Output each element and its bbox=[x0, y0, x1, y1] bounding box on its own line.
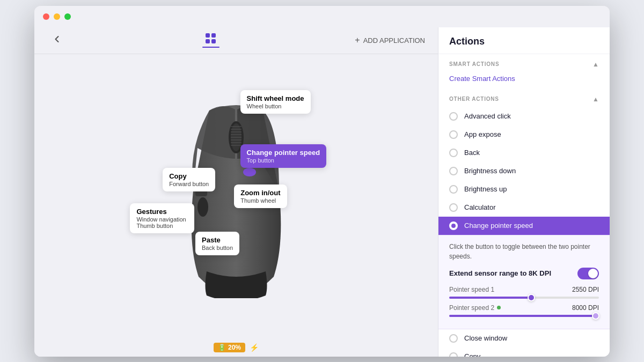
plus-icon: + bbox=[355, 35, 360, 45]
speed-1-slider-fill bbox=[449, 297, 531, 299]
sensor-label: Extend sensor range to 8K DPI bbox=[449, 269, 551, 277]
action-item-brightness-up[interactable]: Brightness up bbox=[438, 180, 610, 198]
create-smart-actions[interactable]: Create Smart Actions bbox=[438, 72, 610, 89]
callout-shift-wheel[interactable]: Shift wheel mode Wheel button bbox=[240, 90, 311, 114]
mouse-area: logi Shift wheel mode Wheel button Chang… bbox=[34, 54, 438, 338]
callout-gestures-subtitle: Window navigation Thumb button bbox=[136, 216, 188, 229]
sensor-row: Extend sensor range to 8K DPI bbox=[449, 268, 599, 279]
radio-dot-change-pointer-speed bbox=[451, 224, 456, 228]
radio-change-pointer-speed bbox=[449, 221, 458, 230]
maximize-button[interactable] bbox=[64, 13, 71, 20]
speed-1-header: Pointer speed 1 2550 DPI bbox=[449, 286, 599, 293]
action-label-brightness-up: Brightness up bbox=[464, 185, 507, 193]
speed-2-row: Pointer speed 2 8000 DPI bbox=[449, 304, 599, 317]
speed-1-value: 2550 DPI bbox=[572, 286, 599, 293]
svg-point-10 bbox=[243, 168, 256, 176]
callout-gestures[interactable]: Gestures Window navigation Thumb button bbox=[130, 203, 194, 233]
sensor-toggle[interactable] bbox=[577, 268, 599, 279]
right-panel: Actions SMART ACTIONS ▲ Create Smart Act… bbox=[438, 27, 610, 357]
callout-paste-title: Paste bbox=[202, 236, 233, 244]
title-bar bbox=[34, 6, 610, 27]
speed-1-slider-track[interactable] bbox=[449, 297, 599, 299]
speed-2-slider-track[interactable] bbox=[449, 315, 599, 317]
battery-value: 20% bbox=[228, 344, 241, 351]
action-item-calculator[interactable]: Calculator bbox=[438, 198, 610, 217]
speed-2-active-dot bbox=[497, 306, 501, 309]
action-label-advanced-click: Advanced click bbox=[464, 112, 511, 120]
svg-point-13 bbox=[197, 197, 208, 217]
minimize-button[interactable] bbox=[54, 13, 60, 20]
battery-icon: 🔋 bbox=[218, 344, 226, 351]
callout-gestures-title: Gestures bbox=[136, 208, 188, 216]
back-button[interactable] bbox=[47, 32, 67, 49]
action-label-calculator: Calculator bbox=[464, 203, 496, 211]
actions-list[interactable]: SMART ACTIONS ▲ Create Smart Actions OTH… bbox=[438, 54, 610, 357]
radio-copy bbox=[449, 352, 458, 357]
callout-zoom-subtitle: Thumb wheel bbox=[240, 197, 280, 204]
smart-actions-label: SMART ACTIONS bbox=[449, 61, 499, 67]
action-label-copy: Copy bbox=[464, 352, 480, 357]
radio-close-window bbox=[449, 334, 458, 343]
radio-calculator bbox=[449, 203, 458, 212]
callout-zoom-title: Zoom in/out bbox=[240, 189, 280, 197]
action-label-back: Back bbox=[464, 149, 480, 157]
callout-shift-wheel-subtitle: Wheel button bbox=[247, 103, 304, 109]
callout-shift-wheel-title: Shift wheel mode bbox=[247, 94, 304, 102]
radio-brightness-down bbox=[449, 167, 458, 175]
mouse-container: logi Shift wheel mode Wheel button Chang… bbox=[134, 78, 338, 314]
radio-advanced-click bbox=[449, 112, 458, 121]
callout-change-pointer-title: Change pointer speed bbox=[247, 149, 320, 157]
apps-tab[interactable] bbox=[202, 33, 219, 48]
app-window: + ADD APPLICATION bbox=[34, 6, 610, 357]
action-item-copy[interactable]: Copy bbox=[438, 348, 610, 357]
bottom-bar: 🔋 20% ⚡ bbox=[205, 338, 267, 357]
speed-1-slider-thumb[interactable] bbox=[528, 294, 535, 301]
toggle-knob bbox=[588, 269, 598, 278]
actions-header: Actions bbox=[438, 27, 610, 54]
callout-copy-title: Copy bbox=[169, 172, 209, 180]
top-bar: + ADD APPLICATION bbox=[34, 27, 438, 54]
action-item-brightness-down[interactable]: Brightness down bbox=[438, 162, 610, 180]
bluetooth-icon: ⚡ bbox=[250, 343, 259, 352]
speed-2-header: Pointer speed 2 8000 DPI bbox=[449, 304, 599, 312]
action-label-app-expose: App expose bbox=[464, 130, 501, 138]
action-item-close-window[interactable]: Close window bbox=[438, 329, 610, 348]
radio-back bbox=[449, 149, 458, 157]
speed-1-label: Pointer speed 1 bbox=[449, 286, 494, 293]
action-label-change-pointer-speed: Change pointer speed bbox=[464, 221, 533, 230]
add-application-button[interactable]: + ADD APPLICATION bbox=[355, 35, 425, 45]
smart-actions-section-header: SMART ACTIONS ▲ bbox=[438, 54, 610, 72]
smart-actions-chevron[interactable]: ▲ bbox=[592, 61, 599, 68]
callout-zoom[interactable]: Zoom in/out Thumb wheel bbox=[234, 184, 287, 208]
speed-1-row: Pointer speed 1 2550 DPI bbox=[449, 286, 599, 299]
action-item-app-expose[interactable]: App expose bbox=[438, 125, 610, 144]
speed-2-slider-thumb[interactable] bbox=[592, 312, 599, 320]
callout-copy[interactable]: Copy Forward button bbox=[163, 168, 215, 191]
action-label-brightness-down: Brightness down bbox=[464, 167, 516, 175]
radio-brightness-up bbox=[449, 185, 458, 194]
detail-description: Click the button to toggle between the t… bbox=[449, 242, 599, 261]
action-detail-panel: Click the button to toggle between the t… bbox=[438, 235, 610, 329]
callout-change-pointer-subtitle: Top button bbox=[247, 157, 320, 164]
other-actions-chevron[interactable]: ▲ bbox=[592, 95, 599, 103]
action-label-close-window: Close window bbox=[464, 334, 507, 342]
action-item-advanced-click[interactable]: Advanced click bbox=[438, 107, 610, 125]
callout-paste-subtitle: Back button bbox=[202, 245, 233, 251]
close-button[interactable] bbox=[43, 13, 49, 20]
speed-2-value: 8000 DPI bbox=[572, 304, 599, 312]
battery-indicator: 🔋 20% bbox=[214, 343, 245, 352]
actions-title: Actions bbox=[449, 36, 599, 47]
speed-2-label: Pointer speed 2 bbox=[449, 304, 501, 312]
callout-paste[interactable]: Paste Back button bbox=[195, 232, 239, 255]
other-actions-section-header: OTHER ACTIONS ▲ bbox=[438, 89, 610, 107]
speed-2-slider-fill bbox=[449, 315, 596, 317]
radio-app-expose bbox=[449, 130, 458, 139]
other-actions-label: OTHER ACTIONS bbox=[449, 96, 499, 102]
action-item-back[interactable]: Back bbox=[438, 144, 610, 162]
left-panel: + ADD APPLICATION bbox=[34, 27, 438, 357]
main-content: + ADD APPLICATION bbox=[34, 27, 610, 357]
action-item-change-pointer-speed[interactable]: Change pointer speed bbox=[438, 217, 610, 235]
callout-copy-subtitle: Forward button bbox=[169, 181, 209, 187]
callout-change-pointer[interactable]: Change pointer speed Top button bbox=[240, 144, 327, 168]
